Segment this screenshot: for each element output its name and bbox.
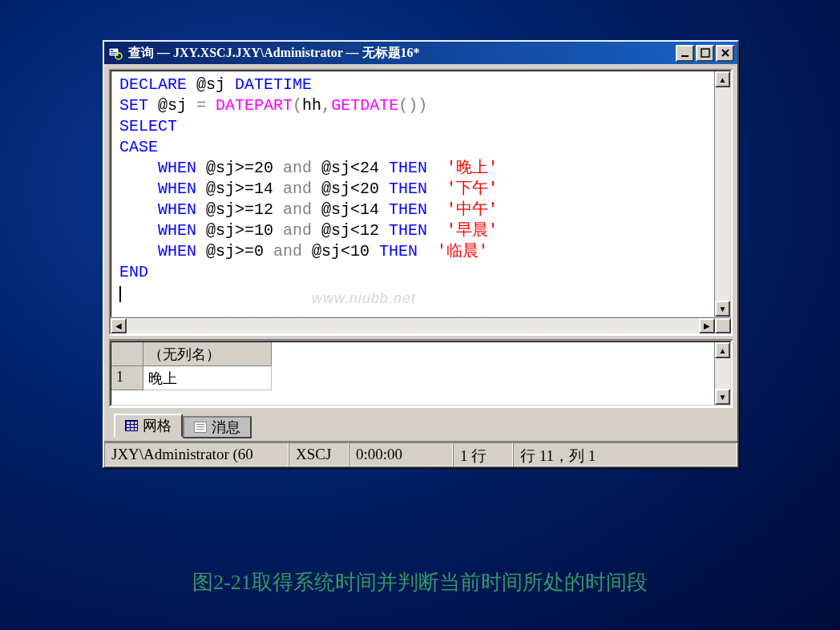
status-connection: JXY\Administrator (60	[104, 442, 289, 466]
window-controls	[676, 45, 734, 62]
scroll-track[interactable]	[715, 87, 730, 301]
results-vertical-scrollbar[interactable]: ▲ ▼	[714, 342, 730, 405]
content-area: DECLARE @sj DATETIME SET @sj = DATEPART(…	[104, 64, 737, 441]
results-pane: （无列名） 1 晚上 ▲ ▼	[109, 340, 733, 407]
results-grid[interactable]: （无列名） 1 晚上	[111, 342, 714, 405]
svg-rect-5	[681, 55, 689, 57]
cell-value[interactable]: 晚上	[143, 366, 272, 390]
sql-keyword-case: CASE	[119, 138, 158, 156]
tab-label: 网格	[143, 416, 172, 435]
text-cursor	[119, 286, 121, 302]
sql-keyword-end: END	[119, 263, 148, 281]
close-button[interactable]	[716, 45, 734, 62]
status-cursor-pos: 行 11，列 1	[513, 442, 737, 466]
svg-rect-6	[701, 49, 709, 57]
app-icon	[107, 45, 123, 61]
grid-header-row: （无列名）	[111, 342, 714, 366]
message-icon	[194, 422, 207, 433]
scroll-up-button[interactable]: ▲	[715, 71, 730, 87]
maximize-button[interactable]	[696, 45, 714, 62]
sql-keyword-declare: DECLARE	[119, 75, 187, 94]
scroll-corner	[715, 318, 731, 333]
status-row-count: 1 行	[453, 442, 513, 466]
scroll-track[interactable]	[715, 358, 730, 389]
minimize-button[interactable]	[676, 45, 694, 62]
code-pane: DECLARE @sj DATETIME SET @sj = DATEPART(…	[109, 69, 733, 335]
scroll-up-button[interactable]: ▲	[715, 342, 730, 358]
grid-icon	[125, 420, 138, 431]
sql-func-datepart: DATEPART	[206, 96, 293, 115]
svg-rect-2	[111, 52, 117, 53]
sql-editor[interactable]: DECLARE @sj DATETIME SET @sj = DATEPART(…	[111, 71, 714, 317]
figure-caption: 图2-21取得系统时间并判断当前时间所处的时间段	[0, 568, 840, 596]
results-tabs: 网格 消息	[109, 407, 733, 436]
status-database: XSCJ	[289, 442, 349, 466]
watermark: www.niubb.net	[312, 288, 416, 309]
tab-messages[interactable]: 消息	[183, 416, 252, 438]
titlebar[interactable]: 查询 — JXY.XSCJ.JXY\Administrator — 无标题16*	[104, 42, 737, 64]
svg-rect-1	[111, 50, 113, 51]
tab-grid[interactable]: 网格	[114, 414, 183, 438]
scroll-down-button[interactable]: ▼	[715, 301, 730, 317]
table-row[interactable]: 1 晚上	[111, 366, 714, 390]
tab-label: 消息	[212, 418, 240, 437]
sql-func-getdate: GETDATE	[331, 96, 398, 115]
grid-corner[interactable]	[111, 342, 143, 366]
scroll-down-button[interactable]: ▼	[715, 389, 730, 405]
query-window: 查询 — JXY.XSCJ.JXY\Administrator — 无标题16*…	[103, 40, 739, 468]
editor-horizontal-scrollbar[interactable]: ◀ ▶	[111, 317, 731, 333]
sql-keyword-set: SET	[119, 96, 148, 115]
row-number[interactable]: 1	[111, 366, 143, 390]
scroll-track[interactable]	[127, 318, 699, 333]
statusbar: JXY\Administrator (60 XSCJ 0:00:00 1 行 行…	[104, 441, 737, 466]
window-title: 查询 — JXY.XSCJ.JXY\Administrator — 无标题16*	[128, 45, 676, 62]
sql-keyword-datetime: DATETIME	[235, 75, 312, 94]
column-header[interactable]: （无列名）	[143, 342, 272, 366]
scroll-right-button[interactable]: ▶	[699, 318, 715, 333]
sql-keyword-select: SELECT	[119, 117, 177, 135]
status-elapsed-time: 0:00:00	[349, 442, 453, 466]
editor-vertical-scrollbar[interactable]: ▲ ▼	[714, 71, 730, 317]
scroll-left-button[interactable]: ◀	[111, 318, 127, 333]
